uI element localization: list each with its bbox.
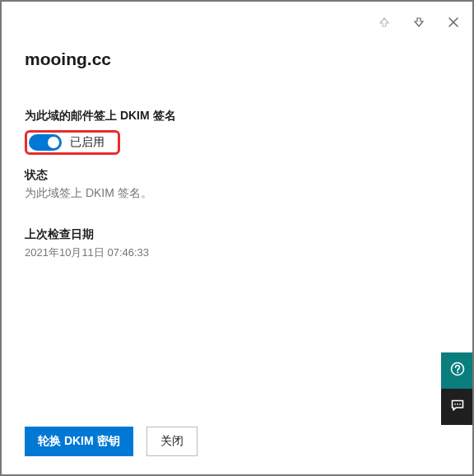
dkim-sign-label: 为此域的邮件签上 DKIM 签名 bbox=[25, 109, 449, 124]
close-button[interactable]: 关闭 bbox=[146, 427, 198, 456]
panel-nav-icons bbox=[377, 15, 461, 30]
last-check-value: 2021年10月11日 07:46:33 bbox=[25, 245, 449, 260]
prev-item-icon bbox=[377, 15, 392, 30]
feedback-tab[interactable] bbox=[441, 389, 474, 425]
dkim-enable-toggle[interactable] bbox=[29, 134, 62, 151]
next-item-icon[interactable] bbox=[411, 15, 426, 30]
status-label: 状态 bbox=[25, 168, 449, 183]
panel-content: mooing.cc 为此域的邮件签上 DKIM 签名 已启用 状态 为此域签上 … bbox=[2, 2, 472, 260]
side-tabs bbox=[441, 352, 474, 425]
svg-point-3 bbox=[457, 404, 458, 405]
dkim-settings-panel: mooing.cc 为此域的邮件签上 DKIM 签名 已启用 状态 为此域签上 … bbox=[0, 0, 474, 476]
dkim-enable-toggle-highlight: 已启用 bbox=[25, 130, 120, 155]
rotate-dkim-key-button[interactable]: 轮换 DKIM 密钥 bbox=[25, 427, 133, 456]
toggle-knob bbox=[48, 137, 59, 148]
svg-point-1 bbox=[457, 371, 458, 373]
last-check-label: 上次检查日期 bbox=[25, 227, 449, 242]
dkim-enable-toggle-label: 已启用 bbox=[70, 135, 105, 150]
close-icon[interactable] bbox=[446, 15, 461, 30]
svg-point-4 bbox=[459, 404, 461, 405]
footer-actions: 轮换 DKIM 密钥 关闭 bbox=[25, 427, 198, 456]
domain-title: mooing.cc bbox=[25, 49, 449, 69]
help-icon bbox=[450, 362, 465, 380]
help-tab[interactable] bbox=[441, 352, 474, 389]
feedback-icon bbox=[450, 398, 465, 416]
svg-point-2 bbox=[454, 404, 456, 405]
status-value: 为此域签上 DKIM 签名。 bbox=[25, 186, 449, 201]
